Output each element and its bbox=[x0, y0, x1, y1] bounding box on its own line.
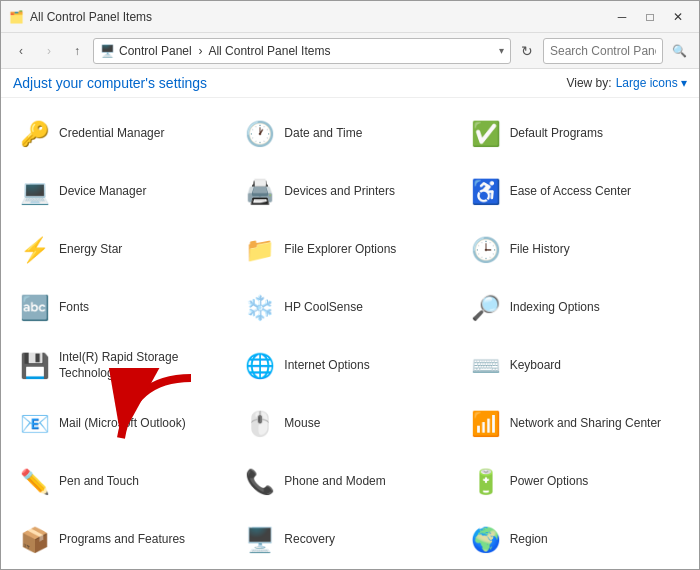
date-time-icon: 🕐 bbox=[244, 118, 276, 150]
control-panel-item-device-manager[interactable]: 💻Device Manager bbox=[13, 164, 236, 220]
search-input[interactable] bbox=[543, 38, 663, 64]
refresh-button[interactable]: ↻ bbox=[515, 39, 539, 63]
intel-rapid-label: Intel(R) Rapid Storage Technology bbox=[59, 350, 230, 381]
region-icon: 🌍 bbox=[470, 524, 502, 556]
indexing-options-icon: 🔎 bbox=[470, 292, 502, 324]
date-time-label: Date and Time bbox=[284, 126, 362, 142]
control-panel-item-keyboard[interactable]: ⌨️Keyboard bbox=[464, 338, 687, 394]
network-sharing-label: Network and Sharing Center bbox=[510, 416, 661, 432]
control-panel-item-ease-of-access[interactable]: ♿Ease of Access Center bbox=[464, 164, 687, 220]
programs-features-icon: 📦 bbox=[19, 524, 51, 556]
content-wrapper: 🔑Credential Manager🕐Date and Time✅Defaul… bbox=[1, 98, 699, 569]
file-history-label: File History bbox=[510, 242, 570, 258]
keyboard-icon: ⌨️ bbox=[470, 350, 502, 382]
devices-printers-label: Devices and Printers bbox=[284, 184, 395, 200]
view-by-value[interactable]: Large icons ▾ bbox=[616, 76, 687, 90]
back-button[interactable]: ‹ bbox=[9, 39, 33, 63]
control-panel-item-file-explorer[interactable]: 📁File Explorer Options bbox=[238, 222, 461, 278]
control-panel-item-fonts[interactable]: 🔤Fonts bbox=[13, 280, 236, 336]
power-options-icon: 🔋 bbox=[470, 466, 502, 498]
default-programs-icon: ✅ bbox=[470, 118, 502, 150]
default-programs-label: Default Programs bbox=[510, 126, 603, 142]
mail-outlook-icon: 📧 bbox=[19, 408, 51, 440]
view-by-label: View by: bbox=[566, 76, 611, 90]
toolbar: Adjust your computer's settings View by:… bbox=[1, 69, 699, 98]
file-history-icon: 🕒 bbox=[470, 234, 502, 266]
minimize-button[interactable]: ─ bbox=[609, 7, 635, 27]
title-controls: ─ □ ✕ bbox=[609, 7, 691, 27]
control-panel-item-energy-star[interactable]: ⚡Energy Star bbox=[13, 222, 236, 278]
address-bar[interactable]: 🖥️ Control Panel › All Control Panel Ite… bbox=[93, 38, 511, 64]
devices-printers-icon: 🖨️ bbox=[244, 176, 276, 208]
control-panel-item-indexing-options[interactable]: 🔎Indexing Options bbox=[464, 280, 687, 336]
address-path: Control Panel › All Control Panel Items bbox=[119, 44, 330, 58]
region-label: Region bbox=[510, 532, 548, 548]
device-manager-label: Device Manager bbox=[59, 184, 146, 200]
programs-features-label: Programs and Features bbox=[59, 532, 185, 548]
control-panel-item-file-history[interactable]: 🕒File History bbox=[464, 222, 687, 278]
control-panel-item-power-options[interactable]: 🔋Power Options bbox=[464, 454, 687, 510]
control-panel-item-mouse[interactable]: 🖱️Mouse bbox=[238, 396, 461, 452]
file-explorer-icon: 📁 bbox=[244, 234, 276, 266]
recovery-label: Recovery bbox=[284, 532, 335, 548]
maximize-button[interactable]: □ bbox=[637, 7, 663, 27]
phone-modem-icon: 📞 bbox=[244, 466, 276, 498]
address-chevron-icon: ▾ bbox=[499, 45, 504, 56]
control-panel-item-credential-manager[interactable]: 🔑Credential Manager bbox=[13, 106, 236, 162]
indexing-options-label: Indexing Options bbox=[510, 300, 600, 316]
control-panel-item-mail-outlook[interactable]: 📧Mail (Microsoft Outlook) bbox=[13, 396, 236, 452]
control-panel-item-region[interactable]: 🌍Region bbox=[464, 512, 687, 568]
fonts-label: Fonts bbox=[59, 300, 89, 316]
hp-coolsense-icon: ❄️ bbox=[244, 292, 276, 324]
control-panel-item-intel-rapid[interactable]: 💾Intel(R) Rapid Storage Technology bbox=[13, 338, 236, 394]
address-icon: 🖥️ bbox=[100, 44, 115, 58]
mouse-icon: 🖱️ bbox=[244, 408, 276, 440]
ease-of-access-icon: ♿ bbox=[470, 176, 502, 208]
control-panel-item-phone-modem[interactable]: 📞Phone and Modem bbox=[238, 454, 461, 510]
nav-bar: ‹ › ↑ 🖥️ Control Panel › All Control Pan… bbox=[1, 33, 699, 69]
internet-options-label: Internet Options bbox=[284, 358, 369, 374]
power-options-label: Power Options bbox=[510, 474, 589, 490]
control-panel-item-pen-touch[interactable]: ✏️Pen and Touch bbox=[13, 454, 236, 510]
control-panel-item-internet-options[interactable]: 🌐Internet Options bbox=[238, 338, 461, 394]
pen-touch-icon: ✏️ bbox=[19, 466, 51, 498]
forward-button[interactable]: › bbox=[37, 39, 61, 63]
close-button[interactable]: ✕ bbox=[665, 7, 691, 27]
control-panel-item-hp-coolsense[interactable]: ❄️HP CoolSense bbox=[238, 280, 461, 336]
energy-star-icon: ⚡ bbox=[19, 234, 51, 266]
fonts-icon: 🔤 bbox=[19, 292, 51, 324]
control-panel-item-programs-features[interactable]: 📦Programs and Features bbox=[13, 512, 236, 568]
view-by-control: View by: Large icons ▾ bbox=[566, 76, 687, 90]
control-panel-item-devices-printers[interactable]: 🖨️Devices and Printers bbox=[238, 164, 461, 220]
credential-manager-label: Credential Manager bbox=[59, 126, 164, 142]
keyboard-label: Keyboard bbox=[510, 358, 561, 374]
page-heading: Adjust your computer's settings bbox=[13, 75, 207, 91]
file-explorer-label: File Explorer Options bbox=[284, 242, 396, 258]
window-icon: 🗂️ bbox=[9, 10, 24, 24]
control-panel-item-recovery[interactable]: 🖥️Recovery bbox=[238, 512, 461, 568]
control-panel-item-network-sharing[interactable]: 📶Network and Sharing Center bbox=[464, 396, 687, 452]
up-button[interactable]: ↑ bbox=[65, 39, 89, 63]
intel-rapid-icon: 💾 bbox=[19, 350, 51, 382]
window-title: All Control Panel Items bbox=[30, 10, 152, 24]
content-area: Adjust your computer's settings View by:… bbox=[1, 69, 699, 569]
pen-touch-label: Pen and Touch bbox=[59, 474, 139, 490]
mail-outlook-label: Mail (Microsoft Outlook) bbox=[59, 416, 186, 432]
internet-options-icon: 🌐 bbox=[244, 350, 276, 382]
main-window: 🗂️ All Control Panel Items ─ □ ✕ ‹ › ↑ 🖥… bbox=[0, 0, 700, 570]
network-sharing-icon: 📶 bbox=[470, 408, 502, 440]
mouse-label: Mouse bbox=[284, 416, 320, 432]
items-grid: 🔑Credential Manager🕐Date and Time✅Defaul… bbox=[1, 98, 699, 569]
control-panel-item-default-programs[interactable]: ✅Default Programs bbox=[464, 106, 687, 162]
credential-manager-icon: 🔑 bbox=[19, 118, 51, 150]
control-panel-item-date-time[interactable]: 🕐Date and Time bbox=[238, 106, 461, 162]
energy-star-label: Energy Star bbox=[59, 242, 122, 258]
phone-modem-label: Phone and Modem bbox=[284, 474, 385, 490]
recovery-icon: 🖥️ bbox=[244, 524, 276, 556]
hp-coolsense-label: HP CoolSense bbox=[284, 300, 363, 316]
ease-of-access-label: Ease of Access Center bbox=[510, 184, 631, 200]
device-manager-icon: 💻 bbox=[19, 176, 51, 208]
title-bar: 🗂️ All Control Panel Items ─ □ ✕ bbox=[1, 1, 699, 33]
title-bar-left: 🗂️ All Control Panel Items bbox=[9, 10, 152, 24]
search-button[interactable]: 🔍 bbox=[667, 39, 691, 63]
